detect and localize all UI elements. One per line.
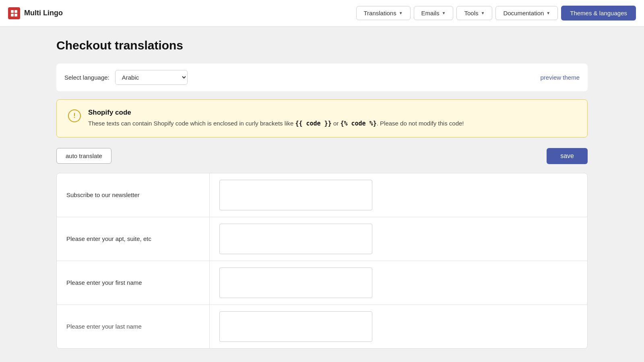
code-example-1: {{ code }} — [295, 120, 331, 127]
language-select-label: Select language: — [64, 74, 109, 81]
warning-body: These texts can contain Shopify code whi… — [88, 119, 464, 128]
svg-rect-0 — [11, 10, 14, 13]
shopify-code-warning: ! Shopify code These texts can contain S… — [56, 99, 588, 138]
nav-bar: Translations ▼ Emails ▼ Tools ▼ Document… — [356, 6, 636, 21]
logo-text: Multi Lingo — [24, 9, 63, 17]
language-selector-row: Select language: Arabic French Spanish G… — [56, 64, 588, 91]
warning-title: Shopify code — [88, 109, 464, 117]
documentation-chevron-icon: ▼ — [546, 11, 550, 15]
themes-languages-label: Themes & languages — [570, 10, 627, 16]
translations-nav-label: Translations — [364, 10, 396, 16]
translation-input-area-lastname — [210, 305, 587, 348]
translations-nav-button[interactable]: Translations ▼ — [356, 6, 411, 20]
table-row: Please enter your first name — [57, 261, 587, 305]
svg-rect-3 — [14, 14, 17, 16]
header: Multi Lingo Translations ▼ Emails ▼ Tool… — [0, 0, 644, 27]
main-content: Checkout translations Select language: A… — [0, 27, 644, 362]
warning-content: Shopify code These texts can contain Sho… — [88, 109, 464, 128]
translation-textarea-firstname[interactable] — [219, 267, 372, 298]
action-row: auto translate save — [56, 148, 588, 164]
translation-input-area-firstname — [210, 261, 587, 304]
code-example-2: {% code %} — [340, 120, 376, 127]
translation-table: Subscribe to our newsletter Please enter… — [56, 173, 588, 349]
translations-chevron-icon: ▼ — [399, 11, 403, 15]
tools-chevron-icon: ▼ — [481, 11, 485, 15]
translation-label-firstname: Please enter your first name — [57, 261, 210, 304]
translation-textarea-lastname[interactable] — [219, 311, 372, 342]
svg-rect-1 — [14, 10, 17, 13]
table-row: Subscribe to our newsletter — [57, 173, 587, 217]
svg-rect-2 — [11, 14, 14, 16]
translation-label-lastname: Please enter your last name — [57, 305, 210, 348]
warning-icon: ! — [68, 109, 81, 122]
emails-chevron-icon: ▼ — [442, 11, 446, 15]
translation-label-newsletter: Subscribe to our newsletter — [57, 173, 210, 217]
translation-textarea-apt[interactable] — [219, 224, 372, 254]
logo-area: Multi Lingo — [8, 7, 356, 19]
themes-languages-button[interactable]: Themes & languages — [561, 6, 636, 21]
auto-translate-button[interactable]: auto translate — [56, 148, 111, 164]
translation-input-area-newsletter — [210, 173, 587, 217]
documentation-nav-label: Documentation — [503, 10, 544, 16]
documentation-nav-button[interactable]: Documentation ▼ — [495, 6, 558, 20]
tools-nav-label: Tools — [464, 10, 478, 16]
table-row: Please enter your apt, suite, etc — [57, 217, 587, 261]
save-button[interactable]: save — [547, 148, 588, 164]
tools-nav-button[interactable]: Tools ▼ — [456, 6, 492, 20]
translation-label-apt: Please enter your apt, suite, etc — [57, 217, 210, 261]
language-label-group: Select language: Arabic French Spanish G… — [64, 70, 188, 85]
language-select[interactable]: Arabic French Spanish German Italian Jap… — [115, 70, 188, 85]
table-row: Please enter your last name — [57, 305, 587, 348]
page-title: Checkout translations — [56, 39, 588, 52]
emails-nav-label: Emails — [421, 10, 440, 16]
translation-textarea-newsletter[interactable] — [219, 180, 372, 210]
translation-input-area-apt — [210, 217, 587, 261]
emails-nav-button[interactable]: Emails ▼ — [414, 6, 454, 20]
logo-icon — [8, 7, 20, 19]
preview-theme-link[interactable]: preview theme — [540, 74, 580, 81]
